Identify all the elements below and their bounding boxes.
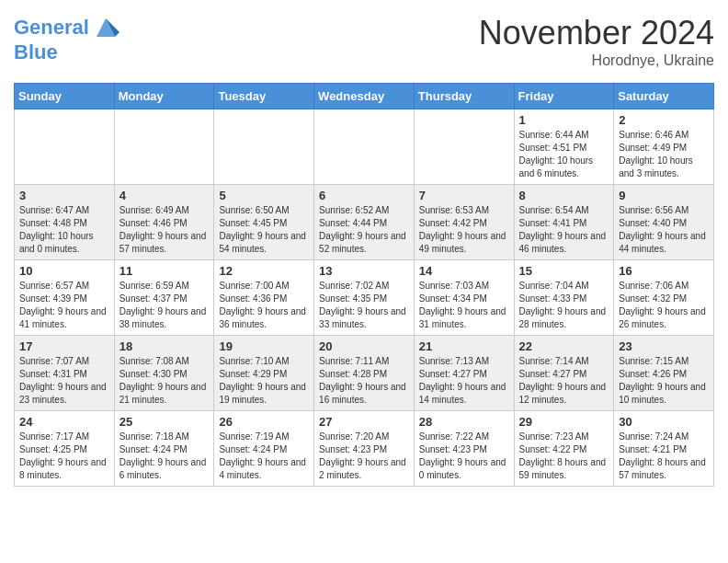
day-info: Sunrise: 6:50 AMSunset: 4:45 PMDaylight:…	[219, 204, 309, 256]
day-info: Sunrise: 7:18 AMSunset: 4:24 PMDaylight:…	[119, 431, 210, 482]
day-info: Sunrise: 6:46 AMSunset: 4:49 PMDaylight:…	[619, 129, 709, 180]
day-number: 10	[19, 264, 109, 278]
day-info: Sunrise: 6:52 AMSunset: 4:44 PMDaylight:…	[319, 204, 409, 256]
calendar-body: 1Sunrise: 6:44 AMSunset: 4:51 PMDaylight…	[15, 109, 714, 487]
day-info: Sunrise: 7:19 AMSunset: 4:24 PMDaylight:…	[219, 431, 309, 482]
day-number: 2	[619, 113, 709, 127]
day-number: 29	[519, 415, 609, 429]
location: Horodnye, Ukraine	[479, 52, 714, 69]
table-row: 20Sunrise: 7:11 AMSunset: 4:28 PMDayligh…	[314, 336, 415, 411]
table-row: 6Sunrise: 6:52 AMSunset: 4:44 PMDaylight…	[314, 185, 415, 260]
table-row: 21Sunrise: 7:13 AMSunset: 4:27 PMDayligh…	[414, 336, 514, 411]
day-number: 19	[219, 339, 309, 353]
table-row: 27Sunrise: 7:20 AMSunset: 4:23 PMDayligh…	[314, 411, 415, 487]
table-row: 1Sunrise: 6:44 AMSunset: 4:51 PMDaylight…	[514, 109, 614, 185]
day-number: 18	[119, 339, 210, 353]
day-number: 7	[419, 189, 509, 202]
title-block: November 2024 Horodnye, Ukraine	[479, 14, 714, 69]
table-row: 14Sunrise: 7:03 AMSunset: 4:34 PMDayligh…	[414, 260, 514, 336]
day-number: 1	[519, 113, 609, 127]
page: General Blue November 2024 Horodnye, Ukr…	[0, 0, 728, 500]
table-row: 29Sunrise: 7:23 AMSunset: 4:22 PMDayligh…	[514, 411, 614, 487]
day-number: 24	[19, 415, 109, 429]
calendar-week-row: 1Sunrise: 6:44 AMSunset: 4:51 PMDaylight…	[15, 109, 714, 185]
day-number: 3	[19, 189, 109, 202]
day-info: Sunrise: 7:17 AMSunset: 4:25 PMDaylight:…	[19, 431, 109, 482]
table-row: 19Sunrise: 7:10 AMSunset: 4:29 PMDayligh…	[214, 336, 314, 411]
calendar-week-row: 10Sunrise: 6:57 AMSunset: 4:39 PMDayligh…	[15, 260, 714, 336]
day-info: Sunrise: 7:03 AMSunset: 4:34 PMDaylight:…	[419, 280, 509, 331]
table-row	[314, 109, 415, 185]
table-row	[414, 109, 514, 185]
table-row: 23Sunrise: 7:15 AMSunset: 4:26 PMDayligh…	[614, 336, 714, 411]
calendar-header-row: Sunday Monday Tuesday Wednesday Thursday…	[15, 84, 714, 109]
logo: General Blue	[14, 14, 119, 63]
day-info: Sunrise: 7:20 AMSunset: 4:23 PMDaylight:…	[319, 431, 409, 482]
table-row: 4Sunrise: 6:49 AMSunset: 4:46 PMDaylight…	[114, 185, 214, 260]
day-number: 5	[219, 189, 309, 202]
logo-icon	[92, 14, 119, 41]
day-info: Sunrise: 6:53 AMSunset: 4:42 PMDaylight:…	[419, 204, 509, 256]
col-monday: Monday	[114, 84, 214, 109]
day-info: Sunrise: 6:54 AMSunset: 4:41 PMDaylight:…	[519, 204, 609, 256]
day-info: Sunrise: 7:24 AMSunset: 4:21 PMDaylight:…	[619, 431, 709, 482]
day-number: 23	[619, 339, 709, 353]
day-info: Sunrise: 7:10 AMSunset: 4:29 PMDaylight:…	[219, 355, 309, 407]
table-row: 13Sunrise: 7:02 AMSunset: 4:35 PMDayligh…	[314, 260, 415, 336]
day-number: 20	[319, 339, 409, 353]
day-info: Sunrise: 7:04 AMSunset: 4:33 PMDaylight:…	[519, 280, 609, 331]
table-row: 16Sunrise: 7:06 AMSunset: 4:32 PMDayligh…	[614, 260, 714, 336]
calendar-week-row: 24Sunrise: 7:17 AMSunset: 4:25 PMDayligh…	[15, 411, 714, 487]
calendar-week-row: 17Sunrise: 7:07 AMSunset: 4:31 PMDayligh…	[15, 336, 714, 411]
day-info: Sunrise: 7:08 AMSunset: 4:30 PMDaylight:…	[119, 355, 210, 407]
day-number: 15	[519, 264, 609, 278]
table-row: 5Sunrise: 6:50 AMSunset: 4:45 PMDaylight…	[214, 185, 314, 260]
day-info: Sunrise: 7:15 AMSunset: 4:26 PMDaylight:…	[619, 355, 709, 407]
table-row: 24Sunrise: 7:17 AMSunset: 4:25 PMDayligh…	[15, 411, 115, 487]
day-info: Sunrise: 7:00 AMSunset: 4:36 PMDaylight:…	[219, 280, 309, 331]
day-number: 14	[419, 264, 509, 278]
table-row: 25Sunrise: 7:18 AMSunset: 4:24 PMDayligh…	[114, 411, 214, 487]
table-row: 28Sunrise: 7:22 AMSunset: 4:23 PMDayligh…	[414, 411, 514, 487]
day-info: Sunrise: 7:06 AMSunset: 4:32 PMDaylight:…	[619, 280, 709, 331]
day-number: 12	[219, 264, 309, 278]
day-number: 25	[119, 415, 210, 429]
col-tuesday: Tuesday	[214, 84, 314, 109]
logo-text: General	[14, 17, 89, 39]
table-row	[15, 109, 115, 185]
day-number: 22	[519, 339, 609, 353]
day-info: Sunrise: 7:02 AMSunset: 4:35 PMDaylight:…	[319, 280, 409, 331]
day-number: 8	[519, 189, 609, 202]
table-row: 9Sunrise: 6:56 AMSunset: 4:40 PMDaylight…	[614, 185, 714, 260]
day-info: Sunrise: 7:14 AMSunset: 4:27 PMDaylight:…	[519, 355, 609, 407]
day-number: 16	[619, 264, 709, 278]
col-saturday: Saturday	[614, 84, 714, 109]
table-row: 8Sunrise: 6:54 AMSunset: 4:41 PMDaylight…	[514, 185, 614, 260]
day-info: Sunrise: 6:49 AMSunset: 4:46 PMDaylight:…	[119, 204, 210, 256]
table-row: 17Sunrise: 7:07 AMSunset: 4:31 PMDayligh…	[15, 336, 115, 411]
table-row: 18Sunrise: 7:08 AMSunset: 4:30 PMDayligh…	[114, 336, 214, 411]
day-info: Sunrise: 7:23 AMSunset: 4:22 PMDaylight:…	[519, 431, 609, 482]
day-number: 26	[219, 415, 309, 429]
day-info: Sunrise: 7:11 AMSunset: 4:28 PMDaylight:…	[319, 355, 409, 407]
logo-general: General	[14, 16, 89, 39]
day-info: Sunrise: 7:22 AMSunset: 4:23 PMDaylight:…	[419, 431, 509, 482]
day-info: Sunrise: 7:13 AMSunset: 4:27 PMDaylight:…	[419, 355, 509, 407]
day-number: 27	[319, 415, 409, 429]
table-row: 15Sunrise: 7:04 AMSunset: 4:33 PMDayligh…	[514, 260, 614, 336]
day-info: Sunrise: 6:59 AMSunset: 4:37 PMDaylight:…	[119, 280, 210, 331]
day-info: Sunrise: 7:07 AMSunset: 4:31 PMDaylight:…	[19, 355, 109, 407]
table-row: 7Sunrise: 6:53 AMSunset: 4:42 PMDaylight…	[414, 185, 514, 260]
day-number: 4	[119, 189, 210, 202]
day-info: Sunrise: 6:57 AMSunset: 4:39 PMDaylight:…	[19, 280, 109, 331]
table-row: 22Sunrise: 7:14 AMSunset: 4:27 PMDayligh…	[514, 336, 614, 411]
day-number: 21	[419, 339, 509, 353]
day-info: Sunrise: 6:56 AMSunset: 4:40 PMDaylight:…	[619, 204, 709, 256]
month-title: November 2024	[479, 14, 714, 52]
table-row: 3Sunrise: 6:47 AMSunset: 4:48 PMDaylight…	[15, 185, 115, 260]
day-info: Sunrise: 6:47 AMSunset: 4:48 PMDaylight:…	[19, 204, 109, 256]
table-row: 30Sunrise: 7:24 AMSunset: 4:21 PMDayligh…	[614, 411, 714, 487]
table-row	[114, 109, 214, 185]
col-wednesday: Wednesday	[314, 84, 415, 109]
day-number: 11	[119, 264, 210, 278]
